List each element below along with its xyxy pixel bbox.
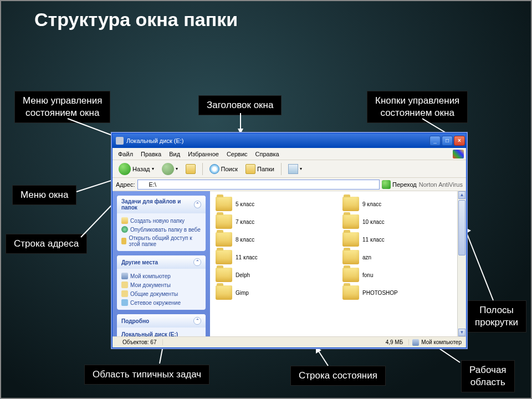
folder-item[interactable]: 5 класс [214, 196, 335, 212]
folder-icon [342, 197, 359, 211]
collapse-icon[interactable]: ⌃ [193, 258, 201, 266]
place-link[interactable]: Мой компьютер [121, 272, 201, 280]
folder-label: azn [362, 254, 371, 260]
arrow-scroll [460, 223, 510, 306]
back-button[interactable]: Назад▾ [116, 162, 157, 176]
menu-help[interactable]: Справка [252, 150, 283, 158]
minimize-button[interactable]: _ [429, 136, 441, 146]
label-tasks: Область типичных задач [84, 365, 209, 385]
folder-label: 11 класс [362, 237, 385, 243]
folder-icon [342, 214, 359, 229]
folder-icon [216, 250, 232, 264]
folder-item[interactable]: Delph [214, 267, 335, 283]
folder-label: 5 класс [236, 201, 254, 207]
windows-logo-icon [453, 150, 464, 158]
folder-icon [216, 232, 232, 247]
forward-button[interactable]: ▾ [159, 162, 181, 176]
scroll-down-icon[interactable]: ▼ [458, 329, 466, 336]
toolbar: Назад▾ ▾ Поиск Папки ▾ [112, 160, 466, 178]
task-link[interactable]: Опубликовать папку в вебе [121, 225, 201, 234]
views-button[interactable]: ▾ [285, 163, 305, 175]
menu-view[interactable]: Вид [166, 150, 183, 158]
folder-label: 7 класс [236, 219, 254, 225]
panel-tasks: Задачи для файлов и папок⌃ Создать новую… [117, 196, 206, 251]
status-bar: Объектов: 67 4,9 МБ Мой компьютер [112, 336, 466, 347]
menu-tools[interactable]: Сервис [223, 150, 251, 158]
folder-icon [342, 268, 359, 282]
folder-item[interactable]: Gimp [214, 284, 335, 301]
label-menubar: Меню окна [12, 185, 76, 205]
titlebar[interactable]: Локальный диск (E:) _ □ × [112, 134, 466, 148]
place-link[interactable]: Общие документы [121, 289, 201, 298]
place-link[interactable]: Мои документы [121, 280, 201, 289]
folders-button[interactable]: Папки [243, 163, 277, 175]
folder-item[interactable]: 8 класс [214, 231, 335, 248]
folder-item[interactable]: azn [341, 249, 462, 265]
label-addrbar: Строка адреса [6, 234, 87, 254]
scroll-up-icon[interactable]: ▲ [458, 191, 466, 199]
panel-details: Подробно⌃ Локальный диск (E:) Локальный … [117, 314, 206, 336]
address-label: Адрес: [116, 181, 135, 188]
folder-icon [342, 250, 359, 264]
folder-label: 9 класс [362, 201, 381, 207]
collapse-icon[interactable]: ⌃ [194, 201, 201, 208]
maximize-button[interactable]: □ [442, 136, 453, 146]
task-link[interactable]: Открыть общий доступ к этой папке [121, 234, 201, 248]
task-pane: Задачи для файлов и папок⌃ Создать новую… [112, 191, 210, 336]
panel-places: Другие места⌃ Мой компьютер Мои документ… [117, 255, 206, 310]
label-title: Заголовок окна [198, 95, 282, 115]
folder-item[interactable]: 10 класс [341, 213, 462, 230]
menu-edit[interactable]: Правка [137, 150, 165, 158]
sysmenu-icon[interactable] [116, 137, 124, 145]
folder-label: PHOTOSHOP [362, 290, 398, 296]
status-location: Мой компьютер [412, 339, 462, 346]
window-buttons: _ □ × [429, 136, 465, 146]
search-button[interactable]: Поиск [207, 163, 241, 175]
folder-icon [216, 268, 232, 282]
scroll-thumb[interactable] [458, 200, 466, 255]
label-scroll: Полосы прокрутки [467, 300, 526, 332]
label-statusbar: Строка состояния [290, 366, 386, 386]
menubar: Файл Правка Вид Избранное Сервис Справка [112, 148, 466, 160]
close-button[interactable]: × [454, 136, 465, 146]
status-objects: Объектов: 67 [117, 339, 163, 345]
folder-item[interactable]: 9 класс [341, 196, 462, 212]
nav-plugin[interactable]: Norton AntiVirus [419, 181, 463, 188]
folder-icon [342, 232, 359, 247]
collapse-icon[interactable]: ⌃ [193, 317, 201, 325]
scrollbar[interactable]: ▲ ▼ [457, 191, 466, 336]
folder-item[interactable]: 11 класс [341, 231, 462, 248]
folder-icon [216, 285, 232, 300]
folder-label: 10 класс [362, 219, 385, 225]
folder-icon [216, 214, 232, 229]
folder-item[interactable]: PHOTOSHOP [341, 284, 462, 301]
folder-item[interactable]: 11 класс [214, 249, 335, 265]
folder-item[interactable]: fonu [341, 267, 462, 283]
address-input[interactable] [137, 180, 380, 190]
label-sysmenu: Меню управления состоянием окна [14, 91, 110, 123]
folder-label: Gimp [236, 290, 249, 296]
folder-label: Delph [236, 272, 250, 278]
file-view[interactable]: 5 класс9 класс7 класс10 класс8 класс11 к… [210, 191, 466, 336]
folder-label: 11 класс [236, 254, 258, 260]
menu-favorites[interactable]: Избранное [185, 150, 222, 158]
folder-label: 8 класс [236, 237, 254, 243]
explorer-window: Локальный диск (E:) _ □ × Файл Правка Ви… [112, 133, 467, 348]
folder-label: fonu [362, 272, 373, 278]
address-bar: Адрес: Переход Norton AntiVirus [112, 178, 466, 191]
svg-line-18 [316, 347, 328, 366]
svg-line-12 [464, 227, 493, 300]
label-workarea: Рабочая область [461, 360, 515, 392]
label-winbtns: Кнопки управления состоянием окна [367, 91, 468, 123]
menu-file[interactable]: Файл [115, 150, 136, 158]
window-title: Локальный диск (E:) [126, 137, 184, 144]
folder-icon [216, 197, 232, 211]
go-button[interactable]: Переход [382, 180, 417, 189]
up-button[interactable] [183, 163, 198, 175]
status-size: 4,9 МБ [380, 339, 410, 345]
place-link[interactable]: Сетевое окружение [121, 298, 201, 307]
folder-icon [342, 285, 359, 300]
task-link[interactable]: Создать новую папку [121, 216, 201, 225]
folder-item[interactable]: 7 класс [214, 213, 335, 230]
slide-title: Структура окна папки [34, 9, 238, 30]
